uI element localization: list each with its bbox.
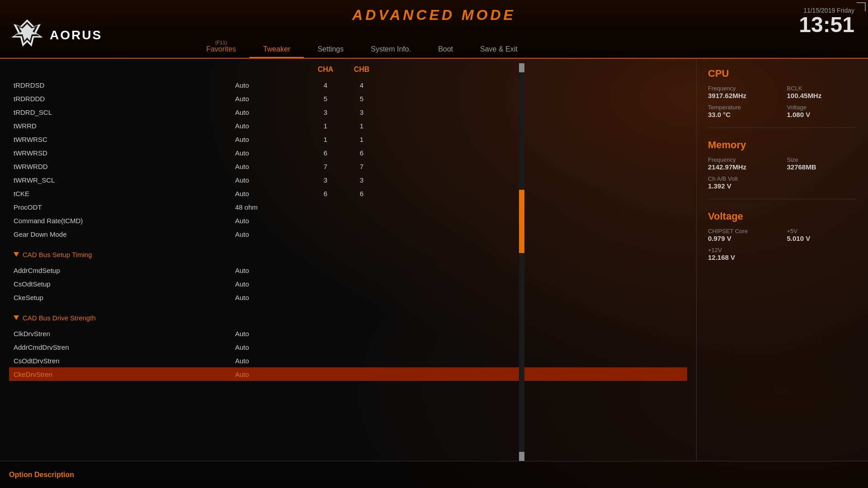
memory-volt-item: Ch A/B Volt 1.392 V: [708, 175, 857, 190]
table-row[interactable]: AddrCmdDrvStren Auto: [9, 340, 687, 354]
table-row[interactable]: tWRWR_SCL Auto 3 3: [9, 173, 687, 187]
nav-item-tweaker[interactable]: Tweaker: [250, 42, 304, 58]
voltage-chipset-value: 0.979 V: [708, 235, 778, 242]
cpu-info-section: CPU Frequency 3917.62MHz BCLK 100.45MHz …: [708, 68, 857, 128]
setting-chb: 4: [344, 81, 380, 89]
table-row[interactable]: CkeSetup Auto: [9, 291, 687, 304]
collapse-icon: [14, 252, 19, 257]
section-header-cad-setup[interactable]: CAD Bus Setup Timing: [9, 248, 687, 261]
memory-frequency-value: 2142.97MHz: [708, 163, 778, 171]
cpu-bclk-value: 100.45MHz: [787, 92, 857, 99]
datetime-display: 11/15/2019 Friday 13:51: [799, 7, 854, 36]
setting-name: CsOdtSetup: [14, 280, 235, 288]
table-row[interactable]: Command Rate(tCMD) Auto: [9, 214, 687, 227]
voltage-chipset-item: CHIPSET Core 0.979 V: [708, 228, 778, 242]
nav-item-saveexit[interactable]: Save & Exit: [467, 42, 531, 58]
setting-value: Auto: [235, 81, 307, 89]
memory-title: Memory: [708, 139, 857, 151]
cpu-frequency-item: Frequency 3917.62MHz: [708, 85, 778, 99]
nav-label-sysinfo: System Info.: [371, 45, 411, 53]
setting-value: Auto: [235, 357, 307, 365]
table-row[interactable]: tWRWRSD Auto 6 6: [9, 146, 687, 160]
table-row[interactable]: tRDRDDD Auto 5 5: [9, 92, 687, 105]
memory-volt-value: 1.392 V: [708, 182, 857, 190]
table-row[interactable]: CsOdtDrvStren Auto: [9, 354, 687, 367]
table-row[interactable]: tCKE Auto 6 6: [9, 187, 687, 200]
memory-frequency-label: Frequency: [708, 156, 778, 163]
table-row[interactable]: ProcODT 48 ohm: [9, 200, 687, 214]
setting-name: Command Rate(tCMD): [14, 217, 235, 225]
nav-label-favorites: Favorites: [206, 45, 236, 53]
setting-value: Auto: [235, 190, 307, 197]
setting-value: Auto: [235, 330, 307, 338]
cpu-voltage-value: 1.080 V: [787, 111, 857, 118]
table-row[interactable]: tRDRD_SCL Auto 3 3: [9, 105, 687, 119]
nav-item-settings[interactable]: Settings: [304, 42, 357, 58]
option-description-label: Option Description: [9, 471, 74, 479]
table-row[interactable]: tWRWRSC Auto 1 1: [9, 132, 687, 146]
memory-volt-label: Ch A/B Volt: [708, 175, 857, 182]
setting-value: Auto: [235, 343, 307, 351]
scrollbar[interactable]: [519, 63, 524, 461]
cpu-bclk-item: BCLK 100.45MHz: [787, 85, 857, 99]
nav-sublabel-favorites: (F11): [206, 40, 236, 45]
cpu-title: CPU: [708, 68, 857, 80]
setting-name: ProcODT: [14, 203, 235, 211]
setting-name: tRDRD_SCL: [14, 108, 235, 116]
memory-size-value: 32768MB: [787, 163, 857, 171]
table-row[interactable]: tRDRDSD Auto 4 4: [9, 78, 687, 92]
setting-cha: 6: [307, 149, 344, 157]
voltage-info-section: Voltage CHIPSET Core 0.979 V +5V 5.010 V…: [708, 211, 857, 270]
memory-size-label: Size: [787, 156, 857, 163]
cpu-frequency-value: 3917.62MHz: [708, 92, 778, 99]
table-row[interactable]: ClkDrvStren Auto: [9, 327, 687, 340]
nav-bar: (F11) Favorites Tweaker Settings System …: [111, 36, 868, 58]
setting-value: Auto: [235, 176, 307, 184]
setting-name: ClkDrvStren: [14, 330, 235, 338]
setting-name: tRDRDSD: [14, 81, 235, 89]
voltage-5v-item: +5V 5.010 V: [787, 228, 857, 242]
setting-cha: 3: [307, 176, 344, 184]
table-row[interactable]: AddrCmdSetup Auto: [9, 263, 687, 277]
voltage-12v-value: 12.168 V: [708, 253, 778, 261]
setting-name: tRDRDDD: [14, 95, 235, 103]
settings-list: tRDRDSD Auto 4 4 tRDRDDD Auto 5 5 tRDRD_…: [9, 78, 687, 381]
scrollbar-thumb[interactable]: [519, 190, 524, 253]
setting-chb: 6: [344, 149, 380, 157]
col-chb-header: CHB: [344, 66, 380, 74]
memory-info-section: Memory Frequency 2142.97MHz Size 32768MB…: [708, 139, 857, 199]
setting-value: Auto: [235, 294, 307, 301]
setting-name: tCKE: [14, 190, 235, 197]
cpu-voltage-item: Voltage 1.080 V: [787, 104, 857, 118]
voltage-12v-label: +12V: [708, 247, 778, 253]
setting-cha: 4: [307, 81, 344, 89]
nav-label-tweaker: Tweaker: [263, 45, 290, 53]
cpu-temp-value: 33.0 °C: [708, 111, 778, 118]
voltage-info-grid: CHIPSET Core 0.979 V +5V 5.010 V +12V 12…: [708, 228, 857, 261]
setting-name: CkeDrvStren: [14, 371, 235, 378]
section-title-text: CAD Bus Drive Strength: [23, 314, 96, 322]
nav-item-favorites[interactable]: (F11) Favorites: [193, 36, 250, 58]
setting-value: Auto: [235, 149, 307, 157]
section-header-cad-drive[interactable]: CAD Bus Drive Strength: [9, 311, 687, 324]
table-row[interactable]: CsOdtSetup Auto: [9, 277, 687, 291]
setting-name: tWRWR_SCL: [14, 176, 235, 184]
setting-chb: 1: [344, 136, 380, 143]
table-row-selected[interactable]: CkeDrvStren Auto: [9, 367, 687, 381]
nav-item-sysinfo[interactable]: System Info.: [357, 42, 425, 58]
memory-info-grid: Frequency 2142.97MHz Size 32768MB Ch A/B…: [708, 156, 857, 190]
nav-item-boot[interactable]: Boot: [425, 42, 467, 58]
setting-cha: 3: [307, 108, 344, 116]
setting-value: Auto: [235, 217, 307, 225]
table-row[interactable]: Gear Down Mode Auto: [9, 227, 687, 241]
table-row[interactable]: tWRRD Auto 1 1: [9, 119, 687, 132]
table-row[interactable]: tWRWRDD Auto 7 7: [9, 160, 687, 173]
nav-label-saveexit: Save & Exit: [480, 45, 518, 53]
voltage-12v-item: +12V 12.168 V: [708, 247, 778, 261]
col-value-header: [235, 66, 307, 74]
setting-cha: 7: [307, 163, 344, 170]
aorus-logo: AORUS: [50, 28, 102, 42]
main-content: CHA CHB tRDRDSD Auto 4 4 tRDRDDD Auto 5 …: [0, 59, 868, 461]
cpu-frequency-label: Frequency: [708, 85, 778, 92]
time-display: 13:51: [799, 14, 854, 36]
